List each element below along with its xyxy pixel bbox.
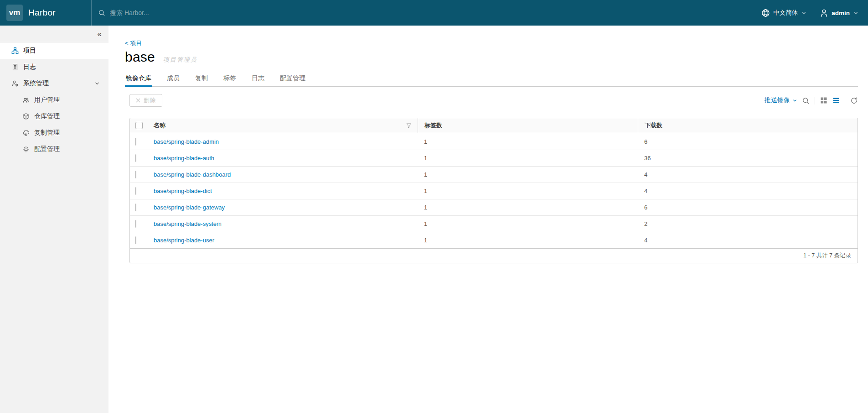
tab[interactable]: 日志 bbox=[251, 71, 265, 87]
chevron-down-icon bbox=[854, 11, 858, 15]
repository-link[interactable]: base/spring-blade-dict bbox=[154, 188, 212, 194]
table-row: base/spring-blade-admin 1 6 bbox=[130, 133, 858, 150]
table-header: 名称 标签数 下载数 bbox=[130, 118, 858, 133]
harbor-home-link[interactable]: vm Harbor bbox=[0, 5, 91, 21]
row-checkbox[interactable] bbox=[135, 154, 136, 162]
cloud-sync-icon bbox=[22, 129, 30, 136]
filter-icon[interactable] bbox=[406, 123, 411, 128]
refresh-icon[interactable] bbox=[850, 97, 858, 105]
sidebar-item-administration[interactable]: 系统管理 bbox=[0, 75, 108, 92]
tab[interactable]: 镜像仓库 bbox=[125, 71, 152, 87]
pagination-footer: 1 - 7 共计 7 条记录 bbox=[130, 248, 858, 263]
tags-count: 1 bbox=[418, 237, 638, 244]
list-view-icon[interactable] bbox=[832, 97, 840, 104]
card-view-icon[interactable] bbox=[820, 97, 827, 104]
search-icon bbox=[98, 9, 105, 16]
row-checkbox[interactable] bbox=[135, 236, 136, 244]
repository-link[interactable]: base/spring-blade-system bbox=[154, 220, 222, 227]
tags-count: 1 bbox=[418, 204, 638, 211]
column-header-name: 名称 bbox=[154, 121, 165, 130]
row-checkbox[interactable] bbox=[135, 171, 136, 178]
sidebar-item-label: 配置管理 bbox=[34, 145, 60, 153]
breadcrumb-back-projects[interactable]: < 项目 bbox=[125, 39, 858, 47]
document-list-icon bbox=[11, 63, 19, 71]
table-row: base/spring-blade-auth 1 36 bbox=[130, 150, 858, 166]
chevron-down-icon bbox=[793, 99, 797, 102]
sidebar-item-label: 项目 bbox=[23, 47, 36, 55]
sidebar-item-logs[interactable]: 日志 bbox=[0, 59, 108, 75]
row-checkbox[interactable] bbox=[135, 138, 136, 146]
org-chart-icon bbox=[11, 47, 19, 54]
sidebar-item-replications[interactable]: 复制管理 bbox=[0, 125, 108, 141]
repository-link[interactable]: base/spring-blade-user bbox=[154, 237, 214, 244]
repo-toolbar: 删除 推送镜像 bbox=[129, 94, 858, 107]
tags-count: 1 bbox=[418, 220, 638, 227]
user-gear-icon bbox=[11, 80, 19, 87]
tags-count: 1 bbox=[418, 171, 638, 178]
main-content: < 项目 base 项目管理员 镜像仓库成员复制标签日志配置管理 删除 推送镜像 bbox=[108, 26, 868, 413]
sidebar-item-users[interactable]: 用户管理 bbox=[0, 92, 108, 108]
sidebar-item-label: 日志 bbox=[23, 63, 36, 71]
table-row: base/spring-blade-dashboard 1 4 bbox=[130, 166, 858, 183]
table-row: base/spring-blade-gateway 1 6 bbox=[130, 199, 858, 215]
divider bbox=[815, 97, 815, 105]
pulls-count: 2 bbox=[638, 220, 858, 227]
sidebar-item-label: 复制管理 bbox=[34, 129, 60, 137]
search-repo-icon[interactable] bbox=[802, 97, 810, 105]
pulls-count: 4 bbox=[638, 188, 858, 194]
top-navbar: vm Harbor 中文简体 bbox=[0, 0, 868, 26]
sidebar-item-configuration[interactable]: 配置管理 bbox=[0, 141, 108, 157]
language-label: 中文简体 bbox=[773, 9, 798, 17]
users-icon bbox=[22, 96, 30, 104]
sidebar: « 项目 日志 系统管理 bbox=[0, 26, 108, 413]
delete-button[interactable]: 删除 bbox=[129, 94, 162, 107]
table-body: base/spring-blade-admin 1 6 base/spring-… bbox=[130, 133, 858, 248]
pulls-count: 36 bbox=[638, 155, 858, 162]
row-checkbox[interactable] bbox=[135, 204, 136, 211]
tab[interactable]: 标签 bbox=[222, 71, 237, 87]
repository-link[interactable]: base/spring-blade-dashboard bbox=[154, 171, 231, 178]
pulls-count: 6 bbox=[638, 138, 858, 145]
globe-icon bbox=[761, 9, 770, 17]
table-row: base/spring-blade-dict 1 4 bbox=[130, 183, 858, 199]
role-badge: 项目管理员 bbox=[163, 56, 197, 64]
table-row: base/spring-blade-system 1 2 bbox=[130, 215, 858, 232]
column-header-pulls: 下载数 bbox=[638, 118, 858, 133]
vm-logo-icon: vm bbox=[6, 5, 23, 21]
search-input[interactable] bbox=[110, 9, 301, 16]
gear-icon bbox=[22, 146, 30, 153]
sidebar-item-label: 用户管理 bbox=[34, 96, 60, 104]
tab[interactable]: 成员 bbox=[166, 71, 181, 87]
tab[interactable]: 复制 bbox=[194, 71, 209, 87]
chevron-down-icon bbox=[95, 82, 99, 85]
brand-title: Harbor bbox=[28, 8, 56, 18]
tags-count: 1 bbox=[418, 155, 638, 162]
collapse-sidebar-icon[interactable]: « bbox=[98, 30, 102, 38]
row-checkbox[interactable] bbox=[135, 220, 136, 228]
select-all-checkbox[interactable] bbox=[135, 122, 143, 129]
pulls-count: 6 bbox=[638, 204, 858, 211]
navbar-right: 中文简体 admin bbox=[761, 9, 868, 17]
sidebar-item-registries[interactable]: 仓库管理 bbox=[0, 108, 108, 125]
sidebar-item-label: 仓库管理 bbox=[34, 112, 60, 120]
language-menu[interactable]: 中文简体 bbox=[761, 9, 806, 17]
row-checkbox[interactable] bbox=[135, 187, 136, 195]
username-label: admin bbox=[832, 10, 850, 16]
repository-link[interactable]: base/spring-blade-admin bbox=[154, 138, 219, 145]
chevron-down-icon bbox=[802, 11, 806, 15]
repository-link[interactable]: base/spring-blade-auth bbox=[154, 155, 214, 162]
push-image-dropdown[interactable]: 推送镜像 bbox=[765, 96, 797, 105]
user-menu[interactable]: admin bbox=[820, 9, 858, 17]
project-tabs: 镜像仓库成员复制标签日志配置管理 bbox=[125, 71, 858, 87]
tags-count: 1 bbox=[418, 138, 638, 145]
title-row: base 项目管理员 bbox=[125, 49, 858, 65]
sidebar-item-label: 系统管理 bbox=[23, 79, 49, 88]
sidebar-item-projects[interactable]: 项目 bbox=[0, 42, 108, 59]
tab[interactable]: 配置管理 bbox=[279, 71, 306, 87]
x-cross-icon bbox=[136, 98, 140, 103]
user-icon bbox=[820, 9, 828, 17]
sidebar-collapse-row: « bbox=[0, 26, 108, 42]
repository-link[interactable]: base/spring-blade-gateway bbox=[154, 204, 225, 211]
tags-count: 1 bbox=[418, 188, 638, 194]
pulls-count: 4 bbox=[638, 237, 858, 244]
